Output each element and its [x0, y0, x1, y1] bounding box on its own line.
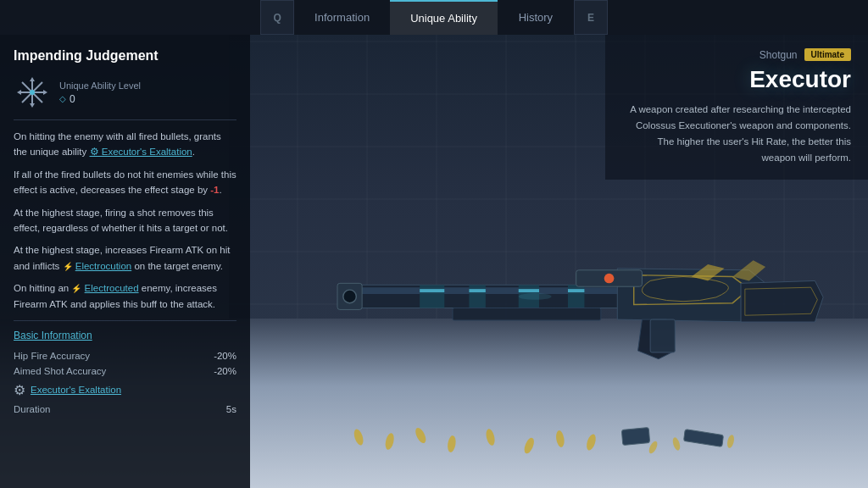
duration-value: 5s	[226, 404, 236, 414]
svg-rect-14	[453, 308, 601, 320]
exaltation-link-1[interactable]: ⚙ Executor's Exaltation	[90, 147, 192, 157]
svg-point-28	[671, 436, 682, 452]
left-panel: Impending Judgement Unique Ability Level…	[0, 35, 250, 488]
svg-rect-7	[469, 289, 485, 292]
svg-rect-15	[650, 319, 675, 352]
ability-level-value: ◇ 0	[59, 93, 236, 105]
ability-level-row: Unique Ability Level ◇ 0	[14, 74, 236, 120]
svg-rect-8	[519, 289, 539, 292]
weapon-description: A weapon created after researching the i…	[622, 102, 851, 166]
description-4: At the highest stage, increases Firearm …	[14, 242, 236, 274]
weapon-category-row: Shotgun Ultimate	[622, 48, 851, 61]
q-key-label: Q	[273, 12, 281, 24]
svg-point-16	[519, 293, 552, 300]
lightning-icon-2: ⚡	[71, 284, 81, 293]
svg-rect-26	[683, 430, 723, 447]
svg-point-22	[522, 436, 536, 455]
basic-info-header: Basic Information	[14, 330, 236, 341]
svg-rect-5	[568, 285, 584, 308]
stat-row-aimed-shot: Aimed Shot Accuracy -20%	[14, 363, 236, 379]
svg-point-13	[604, 274, 615, 284]
svg-rect-6	[420, 289, 444, 292]
svg-marker-35	[30, 77, 35, 81]
tab-q-key[interactable]: Q	[260, 0, 294, 35]
diamond-icon: ◇	[59, 94, 66, 103]
svg-point-19	[414, 426, 428, 445]
ultimate-badge: Ultimate	[804, 48, 851, 61]
svg-point-18	[384, 432, 396, 451]
svg-point-20	[447, 435, 457, 452]
hip-fire-value: -20%	[214, 351, 236, 361]
electrocuted-link[interactable]: Electrocuted	[85, 283, 139, 293]
history-tab-label: History	[519, 11, 553, 24]
svg-marker-38	[43, 90, 47, 95]
description-1: On hitting the enemy with all fired bull…	[14, 129, 236, 160]
negative-value: -1	[210, 185, 219, 195]
stat-row-duration: Duration 5s	[14, 402, 236, 417]
tab-navigation: Q Information Unique Ability History E	[0, 0, 868, 35]
duration-label: Duration	[14, 404, 50, 414]
aimed-shot-value: -20%	[214, 366, 236, 376]
tab-e-key[interactable]: E	[574, 0, 608, 35]
exaltation-row: ⚙ Executor's Exaltation	[14, 379, 236, 402]
electrocution-link[interactable]: Electrocution	[75, 261, 131, 271]
tab-unique-ability[interactable]: Unique Ability	[390, 0, 498, 35]
weapon-name: Executor	[622, 66, 851, 93]
tab-history[interactable]: History	[498, 0, 574, 35]
svg-rect-2	[420, 285, 444, 308]
svg-point-24	[585, 433, 598, 452]
svg-point-17	[353, 428, 365, 446]
weapon-category: Shotgun	[760, 49, 798, 61]
svg-marker-37	[17, 90, 21, 95]
panel-title: Impending Judgement	[14, 48, 236, 64]
description-2: If all of the fired bullets do not hit e…	[14, 167, 236, 198]
svg-point-23	[555, 430, 565, 447]
description-3: At the highest stage, firing a shot remo…	[14, 205, 236, 236]
svg-marker-36	[30, 103, 35, 108]
tab-information[interactable]: Information	[294, 0, 390, 35]
aimed-shot-label: Aimed Shot Accuracy	[14, 366, 106, 376]
exaltation-label[interactable]: Executor's Exaltation	[31, 385, 121, 395]
description-5: On hitting an ⚡ Electrocuted enemy, incr…	[14, 280, 236, 312]
svg-rect-25	[621, 427, 649, 445]
ability-level-label: Unique Ability Level	[59, 80, 236, 91]
svg-rect-3	[469, 285, 485, 308]
lightning-icon-1: ⚡	[63, 262, 73, 271]
unique-ability-tab-label: Unique Ability	[410, 12, 477, 25]
ability-icon	[14, 74, 51, 111]
svg-point-29	[726, 434, 736, 449]
exaltation-icon: ⚙	[14, 382, 25, 398]
e-key-label: E	[587, 12, 594, 24]
svg-point-21	[485, 428, 497, 446]
svg-point-11	[343, 290, 357, 303]
right-info-panel: Shotgun Ultimate Executor A weapon creat…	[605, 35, 868, 180]
section-divider	[14, 320, 236, 321]
svg-point-34	[30, 90, 35, 95]
svg-rect-9	[568, 289, 584, 292]
hip-fire-label: Hip Fire Accuracy	[14, 351, 90, 361]
information-tab-label: Information	[314, 11, 370, 24]
stat-row-hip-fire: Hip Fire Accuracy -20%	[14, 348, 236, 363]
ability-level-info: Unique Ability Level ◇ 0	[59, 80, 236, 105]
